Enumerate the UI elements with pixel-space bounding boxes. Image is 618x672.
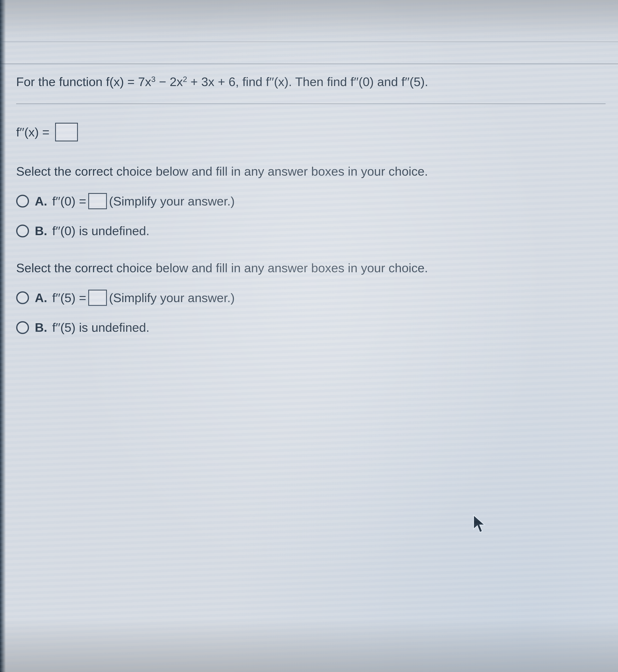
question-content: For the function f(x) = 7x 3 − 2x 2 + 3x…	[16, 75, 606, 335]
radio-1-A[interactable]	[16, 195, 29, 207]
choice-1-A[interactable]: A. f′′(0) = (Simplify your answer.)	[16, 193, 606, 209]
choice-1-B[interactable]: B. f′′(0) is undefined.	[16, 224, 606, 238]
fpp-input-line: f′′(x) =	[16, 123, 606, 142]
choice-2-B-text: f′′(5) is undefined.	[52, 320, 149, 335]
choice-2-B-label: B.	[35, 320, 47, 335]
question-text-1: For the function f(x) = 7x	[16, 75, 151, 89]
monitor-left-edge	[0, 0, 6, 672]
window-top-band	[0, 0, 618, 64]
choice-2-A-post: (Simplify your answer.)	[109, 291, 235, 305]
fpp-answer-box[interactable]	[55, 123, 78, 142]
radio-2-A[interactable]	[16, 291, 29, 304]
choice-2-B[interactable]: B. f′′(5) is undefined.	[16, 320, 606, 335]
question-text-3: + 3x + 6, find f′′(x). Then find f′′(0) …	[187, 75, 428, 89]
cursor-icon	[472, 514, 486, 534]
instruction-2: Select the correct choice below and fill…	[16, 261, 606, 275]
choice-1-B-text: f′′(0) is undefined.	[52, 224, 149, 238]
choice-2-A-pre: f′′(5) =	[52, 291, 86, 305]
question-prompt: For the function f(x) = 7x 3 − 2x 2 + 3x…	[16, 75, 606, 104]
radio-1-B[interactable]	[16, 225, 29, 237]
question-exp-1: 3	[151, 75, 156, 84]
choice-1-B-label: B.	[35, 224, 47, 238]
question-exp-2: 2	[183, 75, 187, 84]
choice-1-A-pre: f′′(0) =	[52, 194, 86, 208]
choice-2-A-label: A.	[35, 291, 47, 305]
question-text-2: − 2x	[156, 75, 183, 89]
choice-1-A-label: A.	[35, 194, 47, 208]
choice-1-A-post: (Simplify your answer.)	[109, 194, 235, 208]
instruction-1: Select the correct choice below and fill…	[16, 164, 606, 178]
fpp-lhs: f′′(x) =	[16, 125, 53, 139]
radio-2-B[interactable]	[16, 321, 29, 334]
choice-2-A-box[interactable]	[88, 290, 107, 306]
choice-1-A-box[interactable]	[88, 193, 107, 209]
choice-2-A[interactable]: A. f′′(5) = (Simplify your answer.)	[16, 290, 606, 306]
